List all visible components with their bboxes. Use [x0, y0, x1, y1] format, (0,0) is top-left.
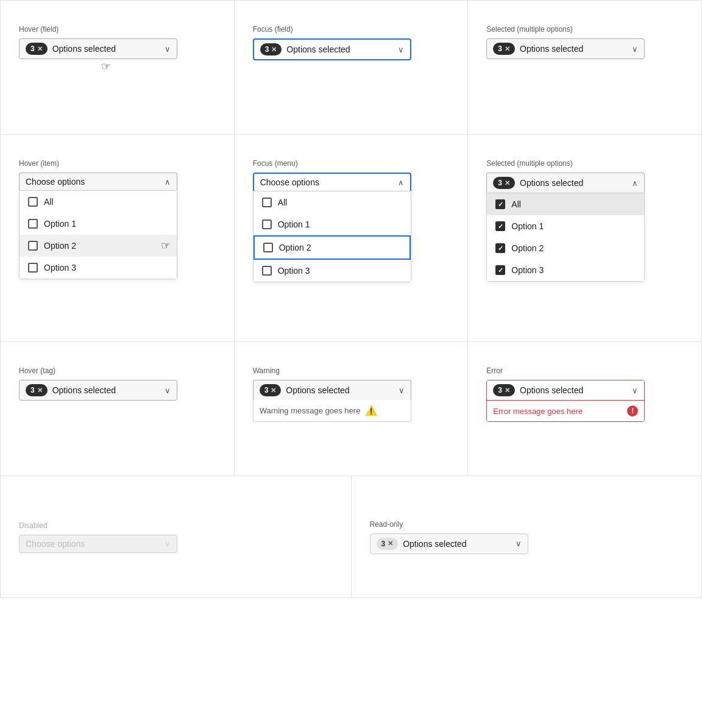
- option-label: Option 3: [511, 265, 544, 275]
- dropdown-header-selected[interactable]: 3 ✕ Options selected ∧: [486, 173, 645, 193]
- checkbox-option2[interactable]: [263, 243, 273, 252]
- badge-focus-field: 3 ✕: [260, 43, 282, 55]
- error-message-text: Error message goes here: [493, 407, 622, 416]
- field-text-warning: Options selected: [286, 385, 398, 395]
- badge-count: 3: [30, 45, 35, 53]
- chevron-icon: ∨: [398, 45, 404, 54]
- dropdown-field-error[interactable]: 3 ✕ Options selected ∨: [487, 380, 644, 400]
- chevron-icon: ∨: [165, 539, 171, 548]
- label-disabled: Disabled: [19, 521, 48, 530]
- checkbox-option3[interactable]: [28, 263, 38, 273]
- badge-count: 3: [264, 386, 269, 394]
- checkbox-option2[interactable]: [28, 241, 38, 251]
- chevron-icon: ∨: [632, 386, 638, 395]
- badge-count: 3: [498, 179, 502, 187]
- badge-count: 3: [381, 540, 386, 548]
- dropdown-disabled: Choose options ∨: [19, 535, 177, 553]
- chevron-up-icon: ∧: [165, 177, 171, 187]
- close-icon[interactable]: ✕: [505, 179, 510, 187]
- close-icon[interactable]: ✕: [271, 387, 276, 394]
- chevron-icon: ∨: [399, 386, 405, 395]
- header-text-hover: Choose options: [26, 177, 165, 187]
- chevron-up-icon: ∧: [398, 178, 404, 187]
- menu-item-all-checked[interactable]: ✓ All: [487, 193, 644, 215]
- label-warning: Warning: [253, 366, 280, 375]
- close-icon[interactable]: ✕: [271, 46, 277, 54]
- dropdown-header-hover[interactable]: Choose options ∧: [19, 173, 177, 190]
- badge-selected-2: 3 ✕: [493, 177, 515, 189]
- menu-item-option3-focus[interactable]: Option 3: [254, 260, 411, 282]
- cursor-tag-icon: ☞: [27, 398, 37, 411]
- close-icon: ✕: [388, 540, 393, 548]
- field-text-selected-1: Options selected: [520, 44, 632, 54]
- menu-item-option1-checked[interactable]: ✓ Option 1: [487, 215, 644, 237]
- badge-error: 3 ✕: [493, 384, 515, 396]
- badge-hover-tag: 3 ✕ ☞: [26, 384, 48, 396]
- checkbox-option3-checked[interactable]: ✓: [495, 265, 505, 275]
- checkbox-all[interactable]: [28, 197, 38, 207]
- cell-selected-1: Selected (multiple options) 3 ✕ Options …: [468, 1, 702, 135]
- field-text-hover: Options selected: [52, 44, 165, 54]
- menu-item-all-focus[interactable]: All: [254, 191, 411, 213]
- option-label: Option 1: [44, 219, 76, 229]
- option-label: Option 2: [44, 241, 76, 251]
- checkbox-option3[interactable]: [262, 266, 272, 276]
- checkbox-all[interactable]: [262, 198, 272, 207]
- close-icon[interactable]: ✕: [505, 387, 510, 394]
- main-grid: Hover (field) 3 ✕ Options selected ∨ ☞ F…: [0, 0, 702, 476]
- menu-item-option2[interactable]: Option 2 ☞: [20, 235, 177, 257]
- badge-count: 3: [30, 386, 35, 394]
- badge-count: 3: [265, 45, 269, 54]
- warning-message-text: Warning message goes here: [260, 406, 361, 415]
- close-icon[interactable]: ✕: [37, 45, 43, 53]
- label-selected-1: Selected (multiple options): [486, 25, 572, 34]
- warning-message-row: Warning message goes here ⚠️: [253, 400, 411, 422]
- dropdown-focus-field[interactable]: 3 ✕ Options selected ∨: [253, 38, 411, 60]
- option-label: Option 2: [511, 243, 544, 253]
- close-icon[interactable]: ✕: [505, 45, 510, 53]
- dropdown-hover-field[interactable]: 3 ✕ Options selected ∨ ☞: [19, 38, 177, 59]
- chevron-icon: ∨: [165, 45, 171, 54]
- cell-disabled: Disabled Choose options ∨: [1, 476, 352, 598]
- option-label: All: [278, 198, 288, 207]
- checkbox-option1[interactable]: [262, 219, 272, 229]
- dropdown-warning: 3 ✕ Options selected ∨ Warning message g…: [253, 380, 411, 422]
- field-text-focus: Options selected: [286, 45, 397, 54]
- cell-hover-field: Hover (field) 3 ✕ Options selected ∨ ☞: [1, 1, 235, 135]
- dropdown-readonly: 3 ✕ Options selected ∨: [370, 534, 528, 554]
- cell-focus-field: Focus (field) 3 ✕ Options selected ∨: [235, 1, 469, 135]
- checkbox-option1-checked[interactable]: ✓: [495, 221, 505, 231]
- cell-error: Error 3 ✕ Options selected ∨ Error messa…: [468, 342, 702, 476]
- dropdown-hover-item: Choose options ∧ All Option 1 Option 2 ☞: [19, 173, 177, 279]
- menu-item-option3-checked[interactable]: ✓ Option 3: [487, 259, 644, 281]
- menu-item-option2-focus[interactable]: Option 2: [254, 235, 411, 260]
- chevron-icon: ∨: [516, 539, 522, 548]
- dropdown-hover-tag[interactable]: 3 ✕ ☞ Options selected ∨: [19, 380, 177, 401]
- label-focus-menu: Focus (menu): [253, 159, 298, 168]
- error-message-row: Error message goes here !: [487, 400, 644, 421]
- cursor-icon: ☞: [101, 60, 111, 73]
- label-hover-tag: Hover (tag): [19, 366, 55, 375]
- menu-item-option1-focus[interactable]: Option 1: [254, 213, 411, 235]
- menu-item-option1[interactable]: Option 1: [20, 213, 177, 235]
- field-text-readonly: Options selected: [403, 539, 515, 549]
- cell-readonly: Read-only 3 ✕ Options selected ∨: [352, 476, 703, 598]
- cursor-icon: ☞: [161, 239, 171, 252]
- option-label: Option 3: [44, 263, 76, 273]
- header-text-focus: Choose options: [260, 177, 398, 187]
- dropdown-header-focus[interactable]: Choose options ∧: [253, 173, 411, 191]
- menu-item-option3[interactable]: Option 3: [20, 257, 177, 279]
- option-label: All: [511, 199, 521, 209]
- badge-warning: 3 ✕: [260, 384, 282, 396]
- checkbox-option2-checked[interactable]: ✓: [495, 243, 505, 253]
- dropdown-field-warning[interactable]: 3 ✕ Options selected ∨: [253, 380, 411, 400]
- error-field-box: 3 ✕ Options selected ∨ Error message goe…: [486, 380, 645, 422]
- checkbox-all-checked[interactable]: ✓: [495, 199, 505, 209]
- menu-item-all[interactable]: All: [20, 191, 177, 213]
- warning-icon: ⚠️: [365, 405, 377, 416]
- label-error: Error: [486, 366, 503, 375]
- menu-item-option2-checked[interactable]: ✓ Option 2: [487, 237, 644, 259]
- checkbox-option1[interactable]: [28, 219, 38, 229]
- dropdown-selected-1[interactable]: 3 ✕ Options selected ∨: [486, 38, 645, 59]
- close-icon[interactable]: ✕: [37, 387, 43, 394]
